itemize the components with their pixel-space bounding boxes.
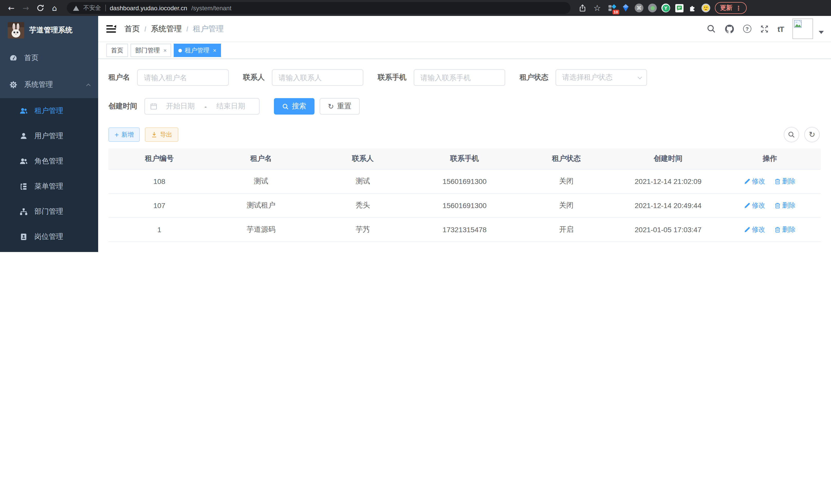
screen: ← → ⌂ 不安全 dashboard.yudao.iocoder.cn/sys… xyxy=(0,0,831,252)
close-tab-icon[interactable]: × xyxy=(164,47,167,53)
status-label: 租户状态 xyxy=(520,73,548,82)
address-bar[interactable]: 不安全 dashboard.yudao.iocoder.cn/system/te… xyxy=(67,2,570,14)
status-value: 开启 xyxy=(515,217,617,241)
browser-toolbar: ← → ⌂ 不安全 dashboard.yudao.iocoder.cn/sys… xyxy=(0,0,831,16)
col-tenant-id: 租户编号 xyxy=(109,148,210,169)
contact-label: 联系人 xyxy=(243,73,265,82)
delete-button[interactable]: 删除 xyxy=(774,176,796,186)
delete-button[interactable]: 删除 xyxy=(774,225,796,234)
trash-icon xyxy=(774,202,781,208)
breadcrumb-current: 租户管理 xyxy=(193,24,224,34)
gear-icon xyxy=(9,81,18,89)
org-chart-icon xyxy=(20,207,28,215)
refresh-table-button[interactable]: ↻ xyxy=(804,127,820,142)
search-icon[interactable] xyxy=(707,24,716,33)
mobile-label: 联系手机 xyxy=(378,73,406,82)
tenant-name-input[interactable] xyxy=(137,69,229,86)
extension-recorder-icon[interactable] xyxy=(648,4,657,12)
browser-actions: ☆ 10 ⌘ Y xyxy=(579,2,747,14)
sidebar-item-dict[interactable]: 字典管理 xyxy=(0,249,98,252)
tenant-page: 租户名 联系人 联系手机 租户状态 请选择租户状态 xyxy=(98,59,831,252)
tags-view: 首页 部门管理 × 租户管理 × xyxy=(98,41,831,59)
id-badge-icon xyxy=(20,233,28,241)
app-title: 芋道管理系统 xyxy=(29,26,73,35)
help-icon[interactable]: ? xyxy=(743,25,751,33)
tab-tenant[interactable]: 租户管理 × xyxy=(174,44,221,57)
sidebar-item-system[interactable]: 系统管理 xyxy=(0,71,98,98)
date-start[interactable]: 开始日期 xyxy=(157,102,203,111)
extensions-puzzle-icon[interactable] xyxy=(688,4,697,12)
security-label: 不安全 xyxy=(83,4,101,12)
chevron-up-icon xyxy=(86,84,91,88)
extension-y-icon[interactable]: Y xyxy=(661,4,670,12)
roles-icon xyxy=(20,157,28,165)
refresh-icon: ↻ xyxy=(809,131,815,139)
add-button[interactable]: + 新增 xyxy=(109,127,140,142)
export-button[interactable]: 导出 xyxy=(145,127,178,142)
col-actions: 操作 xyxy=(719,148,821,169)
tenant-table: 租户编号 租户名 联系人 联系手机 租户状态 创建时间 操作 108 测试 xyxy=(109,148,821,242)
toggle-search-button[interactable] xyxy=(784,127,799,142)
sidebar-item-menu[interactable]: 菜单管理 xyxy=(0,174,98,199)
menu-tree-icon xyxy=(20,182,28,190)
broken-image-icon xyxy=(794,20,802,28)
user-icon xyxy=(20,132,28,140)
not-secure-icon xyxy=(73,5,79,10)
mobile-input[interactable] xyxy=(414,69,505,86)
system-submenu: 租户管理 用户管理 角色管理 xyxy=(0,98,98,252)
pen-icon xyxy=(744,226,750,233)
edit-button[interactable]: 修改 xyxy=(744,225,765,234)
trash-icon xyxy=(774,226,781,233)
extension-badge: 10 xyxy=(612,9,619,14)
omnibox-divider xyxy=(105,5,106,11)
extension-blocker-icon[interactable]: 10 xyxy=(608,4,617,12)
status-select[interactable]: 请选择租户状态 xyxy=(555,69,647,86)
github-icon[interactable] xyxy=(725,24,735,34)
browser-menu-icon[interactable]: ⋮ xyxy=(736,4,742,11)
status-value: 关闭 xyxy=(515,193,617,217)
extension-translate-icon[interactable] xyxy=(675,4,684,12)
app-logo[interactable]: 芋道管理系统 xyxy=(0,16,98,45)
top-navbar: 首页 / 系统管理 / 租户管理 ? xyxy=(98,16,831,41)
sidebar-item-dept[interactable]: 部门管理 xyxy=(0,199,98,224)
sidebar-item-user[interactable]: 用户管理 xyxy=(0,123,98,148)
avatar[interactable] xyxy=(793,19,813,39)
edit-button[interactable]: 修改 xyxy=(744,201,765,210)
edit-button[interactable]: 修改 xyxy=(744,176,765,186)
collapse-sidebar-icon[interactable] xyxy=(106,24,117,33)
font-size-icon[interactable]: tT xyxy=(778,24,784,33)
tenant-name-label: 租户名 xyxy=(109,73,130,82)
calendar-icon xyxy=(150,103,157,110)
contact-input[interactable] xyxy=(272,69,363,86)
pen-icon xyxy=(744,202,750,208)
extension-command-icon[interactable]: ⌘ xyxy=(635,4,643,12)
extension-kite-icon[interactable] xyxy=(621,4,630,12)
breadcrumb-section[interactable]: 系统管理 xyxy=(151,24,182,34)
tab-home[interactable]: 首页 xyxy=(106,44,128,57)
extension-emoji-icon[interactable] xyxy=(701,4,710,12)
sidebar-item-tenant[interactable]: 租户管理 xyxy=(0,98,98,123)
url-host: dashboard.yudao.iocoder.cn xyxy=(110,4,187,11)
tab-dept[interactable]: 部门管理 × xyxy=(131,44,171,57)
breadcrumb-home[interactable]: 首页 xyxy=(124,24,140,34)
pen-icon xyxy=(744,178,750,184)
browser-back-icon[interactable]: ← xyxy=(5,2,18,14)
sidebar-item-role[interactable]: 角色管理 xyxy=(0,148,98,174)
plus-icon: + xyxy=(115,131,119,138)
share-icon[interactable] xyxy=(579,4,586,12)
browser-reload-icon[interactable] xyxy=(34,2,46,14)
search-button[interactable]: 搜索 xyxy=(274,98,315,115)
bookmark-star-icon[interactable]: ☆ xyxy=(591,2,603,14)
avatar-dropdown-caret-icon[interactable] xyxy=(819,31,824,34)
browser-update-button[interactable]: 更新 ⋮ xyxy=(715,2,747,14)
sidebar-item-post[interactable]: 岗位管理 xyxy=(0,224,98,249)
close-tab-icon[interactable]: × xyxy=(213,47,217,53)
browser-home-icon[interactable]: ⌂ xyxy=(48,2,61,14)
browser-forward-icon[interactable]: → xyxy=(20,2,32,14)
fullscreen-icon[interactable] xyxy=(760,24,769,33)
reset-button[interactable]: ↻ 重置 xyxy=(320,98,360,115)
sidebar-item-home[interactable]: 首页 xyxy=(0,45,98,71)
date-range-picker[interactable]: 开始日期 - 结束日期 xyxy=(144,98,260,115)
delete-button[interactable]: 删除 xyxy=(774,201,796,210)
date-end[interactable]: 结束日期 xyxy=(208,102,254,111)
